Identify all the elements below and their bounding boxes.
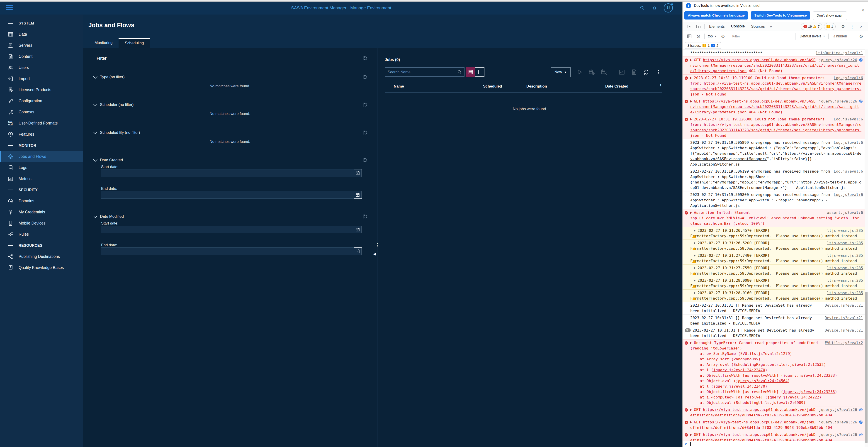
filter-section-label[interactable]: Type (no filter) — [100, 75, 125, 79]
list-view-button[interactable] — [475, 67, 485, 77]
start-date-input[interactable] — [101, 170, 362, 177]
tab-sources[interactable]: Sources — [748, 22, 768, 31]
console-scrollbar[interactable] — [865, 50, 868, 447]
settings-gear-icon[interactable]: ⚙ — [840, 24, 846, 29]
filter-section-label[interactable]: Scheduler (no filter) — [100, 102, 133, 107]
console-link[interactable]: https://viya-test-ns.apps.ocp01-dev.abba… — [690, 420, 823, 430]
console-settings-gear-icon[interactable]: ⚙ — [859, 34, 864, 39]
column-header-name[interactable]: Name — [394, 84, 404, 88]
expand-arrow-icon[interactable] — [690, 100, 692, 102]
sidebar-item-content[interactable]: Content — [0, 51, 83, 62]
devtools-menu-kebab-icon[interactable]: ⋮ — [849, 24, 855, 29]
source-location-link[interactable]: ltjsRuntime.js?eval:1 — [816, 51, 863, 55]
start-date-input[interactable] — [101, 226, 362, 233]
sidebar-item-contexts[interactable]: Contexts — [0, 107, 83, 118]
run-job-icon[interactable] — [576, 69, 583, 76]
source-location-link[interactable]: ltjs-wasm.js:285 — [827, 253, 863, 258]
reset-filter-icon[interactable] — [362, 74, 368, 80]
calendar-icon[interactable] — [354, 191, 362, 199]
source-location-link[interactable]: assert.js?eval:6 — [827, 210, 863, 215]
stack-file-link[interactable]: SchedulingPage.contr…ler.js?eval:2:12532 — [734, 362, 824, 367]
close-devtools-icon[interactable]: × — [859, 24, 864, 29]
source-location-link[interactable]: jquery.js?eval:26 — [819, 420, 857, 424]
sidebar-item-my-credentials[interactable]: My Credentials — [0, 207, 83, 218]
sidebar-item-user-defined-formats[interactable]: $w.w.dUser-Defined Formats — [0, 118, 83, 129]
console-link[interactable]: https://viya-test-ns.apps.ocp01-dev.abba… — [690, 408, 823, 417]
status-flag-column-icon[interactable]: ! — [660, 83, 661, 88]
stack-file-link[interactable]: EVUtils.js?eval:2:1279 — [740, 352, 790, 356]
more-tabs-icon[interactable]: » — [768, 24, 774, 29]
reset-filter-icon[interactable] — [362, 157, 368, 163]
more-options-icon[interactable]: ⋮ — [655, 69, 662, 76]
column-header-scheduled[interactable]: Scheduled — [483, 84, 502, 88]
initiator-icon[interactable] — [859, 420, 863, 424]
new-job-button[interactable]: New▼ — [551, 67, 570, 77]
filter-section-label[interactable]: Date Modified — [100, 214, 124, 219]
device-toolbar-icon[interactable] — [696, 24, 701, 29]
source-location-link[interactable]: jquery.js?eval:26 — [819, 433, 857, 437]
sidebar-item-users[interactable]: Users — [0, 62, 83, 73]
sidebar-item-rules[interactable]: Rules — [0, 229, 83, 240]
tab-elements[interactable]: Elements — [706, 22, 728, 31]
user-avatar[interactable]: U — [664, 3, 673, 12]
sidebar-item-domains[interactable]: Domains — [0, 196, 83, 207]
expand-arrow-icon[interactable] — [690, 434, 692, 436]
expand-arrow-icon[interactable] — [690, 409, 692, 411]
source-location-link[interactable]: Device.js?eval:21 — [825, 316, 863, 320]
sidebar-item-import[interactable]: Import — [0, 73, 83, 84]
match-language-button[interactable]: Always match Chrome's language — [684, 11, 748, 20]
log-levels-selector[interactable]: Default levels▼ — [798, 34, 827, 38]
expand-arrow-icon[interactable] — [690, 212, 692, 214]
expand-arrow-icon[interactable] — [690, 118, 692, 120]
calendar-icon[interactable] — [354, 247, 362, 255]
source-location-link[interactable]: ltjs-wasm.js:285 — [827, 228, 863, 233]
console-sidebar-icon[interactable] — [687, 34, 692, 39]
search-icon[interactable] — [639, 5, 645, 11]
sidebar-item-features[interactable]: Features — [0, 129, 83, 140]
source-location-link[interactable]: jquery.js?eval:26 — [819, 58, 857, 62]
column-header-date-created[interactable]: Date Created — [605, 84, 628, 88]
stack-file-link[interactable]: jquery.js?eval:24:22470 — [713, 384, 765, 388]
switch-devtools-language-button[interactable]: Switch DevTools to Vietnamese — [751, 11, 810, 20]
context-selector[interactable]: top▼ — [706, 34, 718, 38]
unschedule-job-icon[interactable] — [600, 69, 607, 76]
sidebar-item-servers[interactable]: Servers — [0, 40, 83, 51]
chevron-down-icon[interactable] — [93, 214, 97, 218]
sidebar-item-metrics[interactable]: Metrics — [0, 173, 83, 184]
filter-section-label[interactable]: Scheduled By (no filter) — [100, 130, 140, 135]
sidebar-item-data[interactable]: Data — [0, 29, 83, 40]
stack-file-link[interactable]: jquery.js?eval:24:24564 — [736, 379, 787, 383]
refresh-icon[interactable] — [643, 69, 650, 76]
source-location-link[interactable]: ltjs-wasm.js:285 — [827, 278, 863, 282]
filter-section-label[interactable]: Date Created — [100, 158, 123, 162]
sidebar-item-quality-knowledge-bases[interactable]: Quality Knowledge Bases — [0, 262, 83, 273]
console-link[interactable]: https://viya-test-ns.apps.ocp01-dev.abba… — [690, 433, 823, 441]
stack-file-link[interactable]: jquery.js?eval:24:23233 — [783, 390, 835, 394]
sidebar-item-jobs-and-flows[interactable]: Jobs and Flows — [0, 151, 83, 162]
chevron-down-icon[interactable] — [93, 157, 97, 161]
reset-all-filters-icon[interactable] — [362, 55, 368, 61]
tab-monitoring[interactable]: Monitoring — [88, 38, 119, 48]
tab-console[interactable]: Console — [728, 22, 748, 31]
stack-file-link[interactable]: jquery.js?eval:24:22470 — [713, 368, 765, 372]
grid-view-button[interactable] — [466, 67, 475, 77]
initiator-icon[interactable] — [859, 433, 863, 437]
collapse-panel-icon[interactable]: ◀ — [373, 252, 376, 256]
end-date-input[interactable] — [101, 248, 362, 255]
sidebar-item-logs[interactable]: Logs — [0, 162, 83, 173]
source-location-link[interactable]: jquery.js?eval:26 — [819, 99, 857, 103]
stack-file-link[interactable]: jquery.js?eval:24:24222 — [767, 395, 819, 399]
stack-file-link[interactable]: jquery.js?eval:24:23233 — [783, 373, 835, 378]
source-location-link[interactable]: jquery.js?eval:26 — [819, 408, 857, 412]
tab-scheduling[interactable]: Scheduling — [119, 38, 150, 48]
search-icon[interactable] — [457, 69, 462, 75]
jobs-search-input[interactable] — [385, 70, 457, 74]
job-history-chart-icon[interactable] — [618, 69, 625, 76]
expand-arrow-icon[interactable] — [690, 77, 692, 79]
source-location-link[interactable]: ltjs-wasm.js:285 — [827, 291, 863, 295]
sidebar-item-mobile-devices[interactable]: Mobile Devices — [0, 218, 83, 229]
source-location-link[interactable]: EVUtils.js?eval:2 — [825, 340, 863, 345]
issues-badge[interactable]: !1 — [824, 23, 836, 30]
calendar-icon[interactable] — [354, 226, 362, 233]
job-log-icon[interactable] — [631, 69, 638, 76]
